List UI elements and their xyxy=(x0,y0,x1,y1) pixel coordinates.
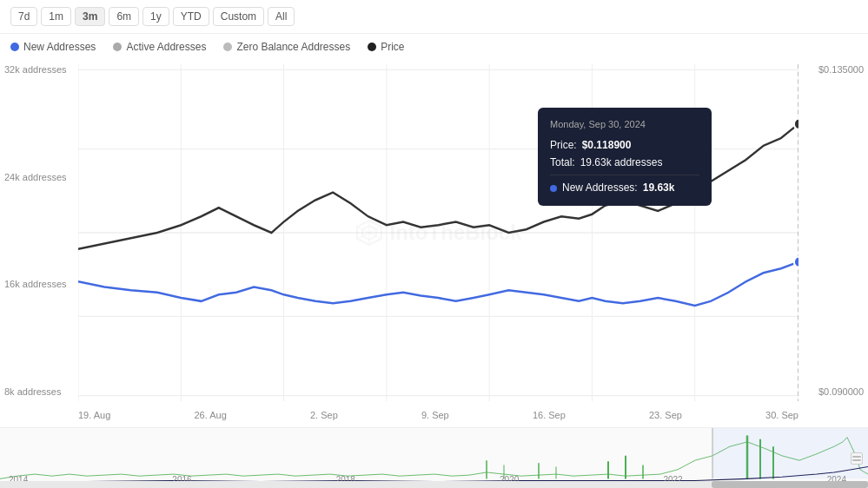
scroll-indicator[interactable] xyxy=(850,432,864,484)
filter-ytd[interactable]: YTD xyxy=(173,7,209,26)
horizontal-scrollbar[interactable] xyxy=(0,481,868,488)
legend-dot-active xyxy=(113,43,122,51)
y-label-8k: 8k addresses xyxy=(4,386,74,397)
filter-custom[interactable]: Custom xyxy=(213,7,264,26)
x-label-5: 23. Sep xyxy=(649,410,682,420)
svg-point-14 xyxy=(794,119,798,130)
legend-dot-zero xyxy=(223,43,232,51)
main-container: 7d 1m 3m 6m 1y YTD Custom All New Addres… xyxy=(0,0,868,488)
tooltip-total-row: Total: 19.63k addresses xyxy=(550,154,699,171)
legend-zero-balance: Zero Balance Addresses xyxy=(223,41,350,53)
tooltip-new-label: New Addresses: xyxy=(562,179,638,196)
scrollbar-thumb[interactable] xyxy=(712,481,868,488)
legend-label-new: New Addresses xyxy=(23,41,96,53)
legend-active-addresses: Active Addresses xyxy=(113,41,206,53)
tooltip-date: Monday, Sep 30, 2024 xyxy=(550,116,699,133)
filter-all[interactable]: All xyxy=(268,7,295,26)
y-right-bot: $0.090000 xyxy=(803,386,864,397)
svg-point-15 xyxy=(794,257,798,268)
filter-7d[interactable]: 7d xyxy=(10,7,37,26)
legend-dot-new xyxy=(10,43,19,51)
filter-6m[interactable]: 6m xyxy=(109,7,139,26)
y-label-24k: 24k addresses xyxy=(4,172,74,182)
legend-bar: New Addresses Active Addresses Zero Bala… xyxy=(0,34,868,60)
x-label-6: 30. Sep xyxy=(765,410,798,420)
filter-3m[interactable]: 3m xyxy=(75,7,105,26)
x-label-2: 2. Sep xyxy=(310,410,338,420)
x-axis: 19. Aug 26. Aug 2. Sep 9. Sep 16. Sep 23… xyxy=(78,403,798,427)
mini-chart: 2014 2016 2018 2020 2022 2024 xyxy=(0,427,868,488)
legend-label-price: Price xyxy=(381,41,404,53)
y-axis-left: 32k addresses 24k addresses 16k addresse… xyxy=(0,60,78,401)
tooltip-price-row: Price: $0.118900 xyxy=(550,136,699,154)
chart-container: 32k addresses 24k addresses 16k addresse… xyxy=(0,60,868,427)
time-filter-bar: 7d 1m 3m 6m 1y YTD Custom All xyxy=(0,0,868,34)
tooltip-total-value: 19.63k addresses xyxy=(580,154,663,171)
y-axis-right: $0.135000 $0.090000 xyxy=(798,60,868,401)
tooltip-new-dot xyxy=(550,185,557,192)
legend-dot-price xyxy=(368,43,376,51)
tooltip-price-label: Price: xyxy=(550,136,577,154)
filter-1m[interactable]: 1m xyxy=(41,7,71,26)
filter-1y[interactable]: 1y xyxy=(142,7,169,26)
x-label-0: 19. Aug xyxy=(78,410,110,420)
x-label-4: 16. Sep xyxy=(533,410,566,420)
tooltip-price-value: $0.118900 xyxy=(582,136,632,154)
y-label-16k: 16k addresses xyxy=(4,279,74,289)
tooltip-total-label: Total: xyxy=(550,154,575,171)
x-label-1: 26. Aug xyxy=(194,410,226,420)
legend-price: Price xyxy=(368,41,404,53)
legend-label-active: Active Addresses xyxy=(126,41,206,53)
x-label-3: 9. Sep xyxy=(421,410,449,420)
tooltip-new-addr-row: New Addresses: 19.63k xyxy=(550,175,699,196)
tooltip-new-value: 19.63k xyxy=(643,179,675,196)
y-right-top: $0.135000 xyxy=(803,64,864,75)
chart-tooltip: Monday, Sep 30, 2024 Price: $0.118900 To… xyxy=(538,108,712,206)
legend-label-zero: Zero Balance Addresses xyxy=(236,41,350,53)
svg-rect-32 xyxy=(712,428,868,478)
y-label-32k: 32k addresses xyxy=(4,64,74,75)
chart-svg-area[interactable]: IntoTheBlock Monday, Sep 30, 2024 Price:… xyxy=(78,64,798,401)
legend-new-addresses: New Addresses xyxy=(10,41,96,53)
